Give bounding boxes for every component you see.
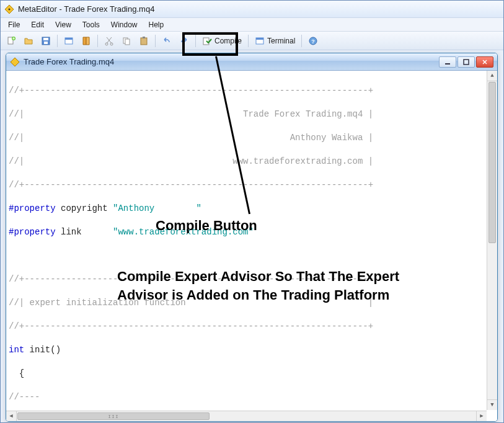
undo-button[interactable] [159,33,175,48]
redo-icon [179,36,189,46]
horizontal-scrollbar[interactable]: ◀ III ▶ [6,411,487,421]
toolbar-separator [248,35,249,47]
svg-rect-14 [143,37,145,38]
code-editor[interactable]: //+-------------------------------------… [6,71,497,421]
scroll-up-arrow[interactable]: ▲ [487,71,497,81]
scroll-right-arrow[interactable]: ▶ [476,411,487,421]
scroll-down-arrow[interactable]: ▼ [487,399,497,410]
svg-text:?: ? [312,38,316,45]
document-title: Trade Forex Trading.mq4 [24,57,439,66]
menu-edit[interactable]: Edit [26,19,49,30]
svg-rect-6 [44,42,48,44]
svg-rect-8 [65,38,73,40]
compile-icon [202,36,212,46]
menubar: File Edit View Tools Window Help [1,18,503,32]
cut-button[interactable] [101,33,117,48]
maximize-button[interactable] [458,56,475,68]
menu-help[interactable]: Help [144,19,169,30]
svg-rect-5 [43,38,48,40]
menu-file[interactable]: File [3,19,25,30]
folder-open-icon [24,36,33,46]
svg-rect-22 [464,60,469,65]
terminal-icon [255,36,265,46]
app-title: MetaEditor - Trade Forex Trading.mq4 [18,4,154,14]
terminal-button[interactable]: Terminal [252,33,298,48]
document-icon [10,57,20,67]
undo-icon [162,36,172,46]
svg-rect-17 [256,38,263,40]
copy-icon [122,36,131,46]
paste-icon [139,36,149,46]
new-button[interactable] [3,33,19,48]
window-buttons [439,56,493,68]
close-icon [482,59,488,65]
document-window: Trade Forex Trading.mq4 //+-------------… [6,53,498,422]
help-button[interactable]: ? [305,33,321,48]
toolbar-separator [301,35,302,47]
new-file-icon [6,36,16,46]
toolbar: Compile Terminal ? [1,32,503,50]
svg-rect-13 [141,38,147,45]
document-titlebar: Trade Forex Trading.mq4 [6,53,497,71]
paste-button[interactable] [136,33,152,48]
app-icon [4,4,14,14]
compile-button[interactable]: Compile [199,33,245,48]
svg-rect-21 [445,63,450,65]
save-icon [41,36,51,46]
svg-point-1 [9,8,11,10]
svg-marker-20 [11,58,19,66]
redo-button[interactable] [176,33,192,48]
svg-rect-12 [125,39,130,45]
menu-window[interactable]: Window [106,19,143,30]
minimize-button[interactable] [439,56,456,68]
navigator-button[interactable] [78,33,94,48]
titlebar: MetaEditor - Trade Forex Trading.mq4 [1,1,503,18]
properties-button[interactable] [61,33,77,48]
toolbar-separator [155,35,156,47]
terminal-label: Terminal [267,37,295,45]
help-icon: ? [308,36,318,46]
minimize-icon [444,59,451,65]
menu-view[interactable]: View [50,19,76,30]
cut-icon [104,36,114,46]
toolbar-separator [195,35,196,47]
vertical-scroll-thumb[interactable] [489,82,496,243]
menu-tools[interactable]: Tools [77,19,105,30]
horizontal-scroll-thumb[interactable]: III [17,412,210,420]
book-icon [81,36,91,46]
close-button[interactable] [476,56,493,68]
compile-label: Compile [214,37,242,45]
maximize-icon [463,59,469,65]
scroll-left-arrow[interactable]: ◀ [6,411,17,421]
toolbar-separator [97,35,98,47]
toolbar-separator [57,35,58,47]
open-button[interactable] [20,33,37,48]
window-icon [64,36,74,46]
save-button[interactable] [38,33,54,48]
copy-button[interactable] [118,33,135,48]
main-window: MetaEditor - Trade Forex Trading.mq4 Fil… [0,0,504,423]
vertical-scrollbar[interactable]: ▲ ▼ [487,71,497,410]
client-area: Trade Forex Trading.mq4 //+-------------… [1,50,503,422]
